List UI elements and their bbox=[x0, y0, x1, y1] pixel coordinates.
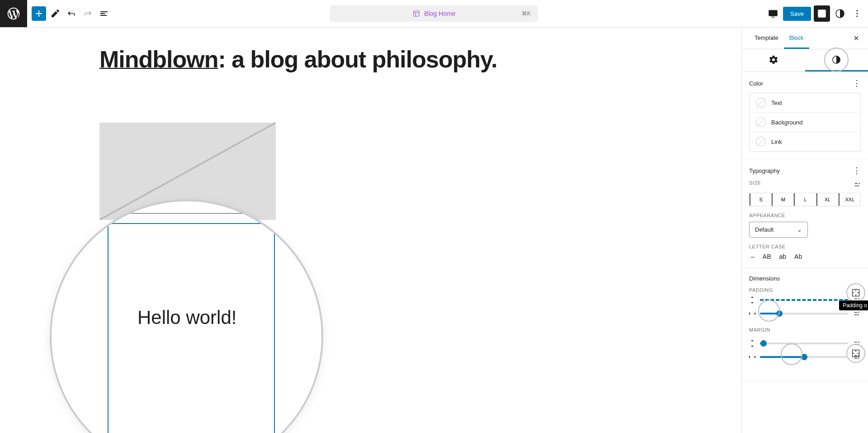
margin-horizontal-icon bbox=[749, 354, 755, 360]
svg-rect-18 bbox=[751, 302, 753, 303]
document-overview-button[interactable] bbox=[97, 6, 111, 21]
size-xxl-button[interactable]: XXL bbox=[839, 193, 860, 206]
post-title-zoom: Hello world! bbox=[137, 305, 236, 330]
template-name: Blog Home bbox=[424, 10, 455, 17]
svg-rect-5 bbox=[818, 10, 826, 17]
subtab-settings[interactable] bbox=[742, 49, 805, 71]
typography-heading: Typography bbox=[749, 167, 780, 174]
undo-button[interactable] bbox=[64, 6, 79, 21]
svg-rect-28 bbox=[749, 356, 750, 358]
size-l-button[interactable]: L bbox=[794, 193, 816, 206]
svg-rect-26 bbox=[751, 340, 753, 341]
svg-rect-3 bbox=[769, 10, 777, 16]
color-heading: Color bbox=[749, 80, 763, 87]
shortcut-label: ⌘K bbox=[522, 10, 531, 17]
close-sidebar-button[interactable]: × bbox=[852, 31, 861, 45]
svg-point-10 bbox=[857, 16, 858, 17]
margin-label: MARGIN bbox=[749, 327, 770, 333]
save-button[interactable]: Save bbox=[783, 7, 811, 21]
lettercase-cap-button[interactable]: Ab bbox=[794, 253, 802, 260]
gear-icon bbox=[769, 55, 778, 65]
color-background-button[interactable]: Background bbox=[750, 113, 860, 132]
contrast-icon bbox=[831, 55, 841, 65]
edit-mode-button[interactable] bbox=[48, 6, 62, 21]
lettercase-label: LETTER CASE bbox=[749, 244, 861, 249]
padding-tooltip: Padding o bbox=[839, 300, 868, 310]
lettercase-none-button[interactable]: – bbox=[751, 253, 755, 260]
margin-vertical-icon bbox=[749, 340, 755, 347]
appearance-label: APPEARANCE bbox=[749, 213, 861, 218]
padding-horizontal-icon bbox=[749, 311, 755, 316]
svg-point-8 bbox=[857, 10, 858, 12]
magnifier-overlay: Hello world! E bbox=[50, 200, 323, 433]
tab-block[interactable]: Block bbox=[784, 28, 809, 49]
svg-rect-20 bbox=[755, 313, 755, 314]
margin-horizontal-slider[interactable] bbox=[760, 356, 848, 358]
redo-button[interactable] bbox=[80, 6, 95, 21]
dimensions-visualizer-button[interactable] bbox=[846, 283, 865, 302]
padding-vertical-icon bbox=[749, 297, 755, 303]
svg-rect-27 bbox=[751, 346, 753, 347]
lettercase-lower-button[interactable]: ab bbox=[779, 253, 786, 260]
template-selector[interactable]: Blog Home ⌘K bbox=[330, 5, 538, 22]
dimensions-heading: Dimensions bbox=[749, 275, 780, 282]
wordpress-logo-icon[interactable] bbox=[0, 0, 27, 27]
size-label: SIZE bbox=[749, 180, 761, 186]
color-text-button[interactable]: Text bbox=[750, 93, 860, 113]
svg-rect-17 bbox=[751, 297, 753, 298]
layout-icon bbox=[412, 10, 420, 18]
margin-h-custom-button[interactable] bbox=[853, 353, 861, 361]
svg-rect-0 bbox=[414, 11, 419, 16]
settings-sidebar: Template Block × Color ⋮ bbox=[741, 28, 868, 433]
size-m-button[interactable]: M bbox=[772, 193, 794, 206]
editor-canvas[interactable]: Mindblown: a blog about philosophy. Hell… bbox=[0, 28, 741, 433]
view-button[interactable] bbox=[766, 6, 780, 21]
color-link-button[interactable]: Link bbox=[750, 132, 860, 151]
padding-label: PADDING bbox=[749, 287, 861, 293]
color-options-button[interactable]: ⋮ bbox=[853, 79, 861, 87]
settings-sidebar-button[interactable] bbox=[814, 5, 830, 22]
add-block-button[interactable] bbox=[32, 6, 46, 21]
tab-template[interactable]: Template bbox=[749, 28, 784, 49]
options-button[interactable] bbox=[850, 6, 864, 21]
svg-rect-29 bbox=[755, 356, 755, 358]
page-title[interactable]: Mindblown: a blog about philosophy. bbox=[99, 46, 741, 73]
padding-horizontal-slider[interactable] bbox=[760, 313, 848, 314]
padding-h-custom-button[interactable] bbox=[853, 310, 861, 317]
size-custom-icon[interactable] bbox=[854, 181, 861, 188]
svg-point-9 bbox=[857, 13, 858, 14]
subtab-styles[interactable] bbox=[805, 49, 868, 71]
margin-vertical-slider[interactable] bbox=[760, 343, 848, 344]
size-s-button[interactable]: S bbox=[750, 193, 772, 206]
appearance-select[interactable]: Default ⌄ bbox=[749, 222, 808, 238]
typography-options-button[interactable]: ⋮ bbox=[853, 167, 861, 175]
lettercase-upper-button[interactable]: AB bbox=[763, 253, 771, 260]
svg-point-11 bbox=[833, 56, 840, 64]
padding-vertical-slider[interactable] bbox=[760, 299, 848, 301]
svg-rect-19 bbox=[749, 313, 750, 314]
styles-button[interactable] bbox=[833, 6, 847, 21]
resize-handle-icon bbox=[271, 219, 278, 226]
size-xl-button[interactable]: XL bbox=[816, 193, 839, 206]
chevron-down-icon: ⌄ bbox=[797, 226, 802, 233]
top-toolbar: Blog Home ⌘K Save bbox=[0, 0, 868, 28]
